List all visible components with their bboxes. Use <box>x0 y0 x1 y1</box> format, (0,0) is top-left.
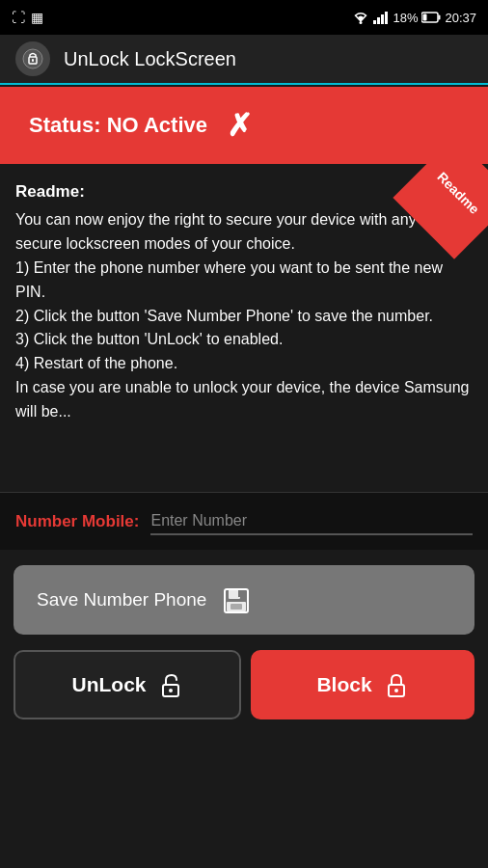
status-bar-right: 18% 20:37 <box>352 11 476 25</box>
svg-rect-15 <box>230 604 242 610</box>
app-icon <box>15 41 50 76</box>
svg-rect-7 <box>423 14 427 21</box>
signal-icon <box>373 11 389 24</box>
title-bar: UnLock LockScreen <box>0 35 488 85</box>
svg-rect-4 <box>385 12 388 24</box>
svg-rect-1 <box>373 20 376 24</box>
unlock-button[interactable]: UnLock <box>14 650 241 719</box>
floppy-disk-icon <box>222 584 251 616</box>
unlock-button-label: UnLock <box>71 673 146 696</box>
save-section: Save Number Phone <box>0 550 488 650</box>
number-input[interactable] <box>150 508 473 535</box>
action-buttons: UnLock Block <box>0 650 488 733</box>
status-bar: ⛶ ▦ 18% 20:37 <box>0 0 488 35</box>
battery-icon <box>421 12 441 23</box>
status-banner: Status: NO Active ✗ <box>0 87 488 164</box>
sim-icon: ▦ <box>31 10 43 25</box>
block-button[interactable]: Block <box>251 650 474 719</box>
svg-point-17 <box>169 689 173 692</box>
gallery-icon: ⛶ <box>12 10 25 25</box>
readme-body: You can now enjoy the right to secure yo… <box>15 208 473 423</box>
svg-rect-10 <box>32 59 34 62</box>
readme-section: Readme Readme: You can now enjoy the rig… <box>0 164 488 492</box>
wifi-icon <box>352 11 369 24</box>
x-close-icon: ✗ <box>227 107 253 144</box>
lock-icon <box>384 671 409 699</box>
svg-point-19 <box>394 689 398 692</box>
status-bar-left: ⛶ ▦ <box>12 10 346 25</box>
svg-point-0 <box>360 21 363 24</box>
battery-percent: 18% <box>393 11 418 25</box>
svg-rect-2 <box>377 17 380 24</box>
save-number-button[interactable]: Save Number Phone <box>14 565 474 635</box>
clock: 20:37 <box>445 11 476 25</box>
block-button-label: Block <box>316 673 371 696</box>
svg-rect-3 <box>381 14 384 24</box>
svg-rect-6 <box>439 15 441 20</box>
page-title: UnLock LockScreen <box>64 48 236 70</box>
readme-content: Readme: You can now enjoy the right to s… <box>15 179 473 424</box>
number-mobile-label: Number Mobile: <box>15 512 139 531</box>
svg-rect-13 <box>238 590 240 597</box>
unlock-icon <box>158 671 183 699</box>
number-section: Number Mobile: <box>0 492 488 550</box>
save-button-label: Save Number Phone <box>37 589 206 610</box>
status-text: Status: NO Active <box>29 113 207 138</box>
